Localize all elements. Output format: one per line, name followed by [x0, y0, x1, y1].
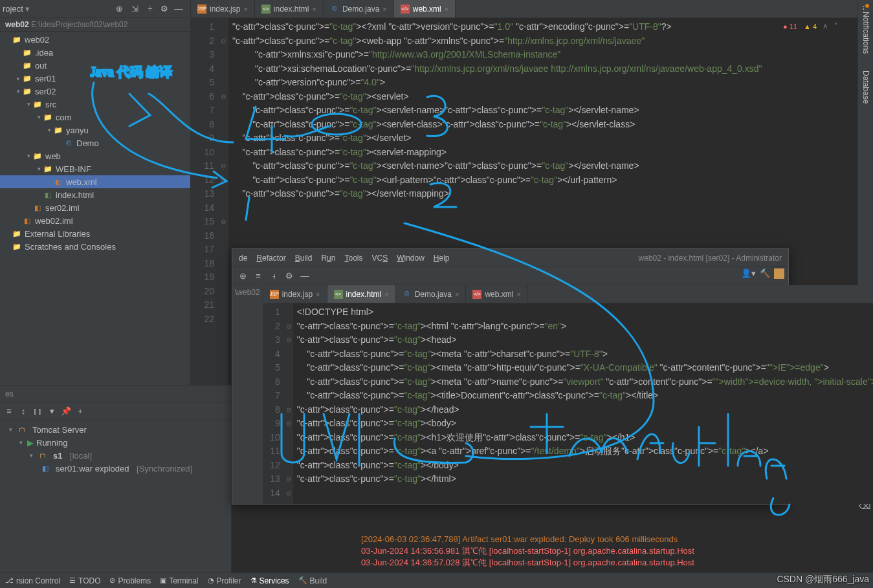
menu-vcs[interactable]: VCS: [371, 254, 388, 263]
popup-tab-index-html[interactable]: <>index.html×: [327, 285, 396, 303]
database-tool[interactable]: Database: [860, 65, 872, 109]
notifications-tool[interactable]: Notifications: [860, 6, 872, 59]
close-icon[interactable]: ×: [445, 5, 448, 13]
terminal-tool[interactable]: ▣Terminal: [160, 576, 198, 585]
tab-index-html[interactable]: <>index.html×: [255, 0, 324, 17]
add-config-icon[interactable]: +: [75, 406, 85, 417]
close-icon[interactable]: ×: [243, 5, 247, 13]
tree-item-ser02-iml[interactable]: ◧ser02.iml: [0, 201, 190, 214]
tomcat-server-node[interactable]: ▾⛫Tomcat Server: [0, 423, 231, 436]
close-icon[interactable]: ×: [313, 5, 316, 13]
target-icon[interactable]: ⊕: [114, 4, 124, 14]
bottom-toolwindow-bar: ⎇rsion Control ☰TODO ⊘Problems ▣Terminal…: [0, 572, 873, 588]
problems-tool[interactable]: ⊘Problems: [109, 576, 151, 585]
avatar-icon[interactable]: 👤▾: [741, 268, 756, 279]
tab-web-xml[interactable]: </>web.xml×: [394, 0, 456, 17]
services-toolbar: ≡ ↕ ⫿⫿ ▾ 📌 +: [0, 402, 231, 420]
tab-Demo-java[interactable]: ©Demo.java×: [324, 0, 394, 17]
running-node[interactable]: ▾▶Running: [0, 436, 231, 449]
expand-icon[interactable]: ⇲: [129, 4, 140, 14]
hide-icon[interactable]: —: [173, 4, 184, 14]
run-config-tree[interactable]: ▾⛫Tomcat Server ▾▶Running ▾⛫s1 [local] ◧…: [0, 420, 231, 572]
filter-icon[interactable]: ⫿⫿: [32, 406, 43, 417]
tree-item-web02-iml[interactable]: ◧web02.iml: [0, 214, 190, 227]
tree-item-com[interactable]: ▾📁com: [0, 111, 190, 124]
menu-refactor[interactable]: Refactor: [256, 254, 285, 263]
popup-gutter: 1234567891011121314: [263, 303, 284, 504]
close-icon[interactable]: ×: [455, 290, 459, 298]
breadcrumb: web02 E:\ideaProject\soft02\web02: [0, 18, 190, 32]
tree-item-yanyu[interactable]: ▾📁yanyu: [0, 124, 190, 136]
tree-item-demo[interactable]: ©Demo: [0, 136, 190, 149]
popup-editor-tabs[interactable]: JSPindex.jsp×<>index.html×©Demo.java×</>…: [263, 285, 873, 303]
popup-code-editor[interactable]: 1234567891011121314 ⊖⊖⊖⊖⊖⊖ <!DOCTYPE htm…: [263, 303, 873, 504]
popup-toolbar: ⊕ ≡ ⫞ ⚙ — 👤▾ 🔨: [232, 267, 788, 285]
list-icon[interactable]: ≡: [253, 271, 263, 281]
popup-tab-web-xml[interactable]: </>web.xml×: [466, 285, 527, 303]
collapse-tree-icon[interactable]: ↕: [18, 406, 28, 417]
log-lines: [2024-06-03 02:36:47,788] Artifact ser01…: [361, 534, 694, 569]
tree-item-ser01[interactable]: ▸📁ser01: [0, 72, 190, 85]
target-icon[interactable]: ⊕: [238, 271, 248, 281]
tab-index-jsp[interactable]: JSPindex.jsp×: [191, 0, 255, 17]
hammer-icon[interactable]: 🔨: [760, 268, 770, 279]
tree-item-ser02[interactable]: ▾📁ser02: [0, 85, 190, 98]
vcs-tool[interactable]: ⎇rsion Control: [5, 576, 60, 585]
menu-tools[interactable]: Tools: [344, 254, 362, 263]
todo-tool[interactable]: ☰TODO: [69, 576, 100, 585]
project-header: roject ▾ ⊕ ⇲ ÷ ⚙ —: [0, 0, 190, 18]
run-config-s1[interactable]: ▾⛫s1 [local]: [0, 449, 231, 462]
popup-code-area[interactable]: <!DOCTYPE html>"c-attr">class"c-punc">="…: [293, 303, 873, 504]
hide-icon[interactable]: —: [300, 271, 310, 281]
tree-item-external-libraries[interactable]: 📁External Libraries: [0, 227, 190, 240]
tree-item-src[interactable]: ▾📁src: [0, 98, 190, 111]
menu-run[interactable]: Run: [321, 254, 335, 263]
services-name: es: [0, 386, 231, 402]
gear-icon[interactable]: ⚙: [284, 271, 294, 281]
services-tree-pane: es ≡ ↕ ⫿⫿ ▾ 📌 + ▾⛫Tomcat Server ▾▶Runnin…: [0, 386, 232, 572]
project-root-name: web02: [5, 20, 29, 29]
build-tool[interactable]: 🔨Build: [298, 576, 327, 585]
notification-dot-icon[interactable]: [865, 4, 869, 8]
project-chevron[interactable]: ▾: [25, 4, 30, 14]
tree-item-web-xml[interactable]: ◧web.xml: [0, 175, 190, 188]
gear-icon[interactable]: ⚙: [160, 4, 168, 14]
menu-window[interactable]: Window: [397, 254, 425, 263]
close-icon[interactable]: ×: [516, 290, 520, 298]
close-icon[interactable]: ×: [316, 290, 320, 298]
collapse-icon[interactable]: ÷: [145, 4, 155, 14]
tree-item-out[interactable]: 📁out: [0, 59, 190, 72]
popup-left-nav: \web02: [232, 285, 263, 504]
popup-title: web02 - index.html [ser02] - Administrat…: [639, 254, 782, 263]
funnel-icon[interactable]: ▾: [47, 406, 57, 417]
split-icon[interactable]: ⫞: [269, 271, 279, 281]
menu-code[interactable]: de: [239, 254, 247, 263]
tree-item-scratches-and-consoles[interactable]: 📁Scratches and Consoles: [0, 240, 190, 253]
tree-item-index-html[interactable]: ◧index.html: [0, 188, 190, 201]
secondary-window: de Refactor Build Run Tools VCS Window H…: [232, 248, 789, 505]
tree-item--idea[interactable]: 📁.idea: [0, 46, 190, 59]
tree-item-web-inf[interactable]: ▾📁WEB-INF: [0, 162, 190, 175]
tree-item-web02[interactable]: 📁web02: [0, 33, 190, 46]
thumbtack-icon[interactable]: 📌: [61, 406, 71, 417]
popup-path-label: \web02: [235, 288, 260, 297]
popup-tab-Demo-java[interactable]: ©Demo.java×: [396, 285, 467, 303]
popup-right-icons: 👤▾ 🔨: [741, 268, 784, 279]
square-icon[interactable]: [774, 268, 784, 279]
popup-fold-gutter[interactable]: ⊖⊖⊖⊖⊖⊖: [284, 303, 293, 504]
project-tab-label[interactable]: roject: [3, 4, 23, 14]
editor-tabs[interactable]: JSPindex.jsp×<>index.html×©Demo.java×</>…: [191, 0, 857, 18]
project-path: E:\ideaProject\soft02\web02: [31, 20, 127, 29]
popup-menubar[interactable]: de Refactor Build Run Tools VCS Window H…: [232, 249, 788, 267]
menu-help[interactable]: Help: [434, 254, 450, 263]
popup-tab-index-jsp[interactable]: JSPindex.jsp×: [263, 285, 327, 303]
artifact-node[interactable]: ◧ser01:war exploded [Synchronized]: [0, 462, 231, 475]
tree-item-web[interactable]: ▾📁web: [0, 149, 190, 162]
profiler-tool[interactable]: ◔Profiler: [208, 576, 241, 585]
close-icon[interactable]: ×: [384, 290, 388, 298]
expand-tree-icon[interactable]: ≡: [4, 406, 14, 417]
close-icon[interactable]: ×: [382, 5, 386, 13]
menu-build[interactable]: Build: [295, 254, 313, 263]
watermark: CSDN @烟雨666_java: [777, 574, 869, 585]
services-tool[interactable]: ⚗Services: [250, 576, 289, 585]
